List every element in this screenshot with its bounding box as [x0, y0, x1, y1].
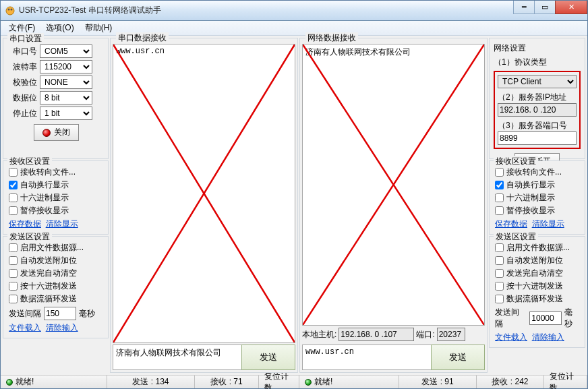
save-data-link-r[interactable]: 保存数据 [495, 219, 527, 229]
window-title: USR-TCP232-Test 串口转网络调试助手 [19, 5, 514, 16]
reset-count-l[interactable]: 复位计数 [259, 376, 299, 388]
close-button[interactable]: ✕ [555, 1, 587, 14]
com-port-select[interactable]: COM5 [40, 44, 92, 58]
save-data-link[interactable]: 保存数据 [9, 219, 41, 229]
serial-send-button[interactable]: 发送 [241, 345, 295, 370]
net-settings-group: 网络设置 （1）协议类型 TCP Client （2）服务器IP地址 （3）服务… [489, 38, 585, 159]
ms-label-r: 毫秒 [564, 307, 581, 330]
svg-line-4 [113, 44, 295, 342]
server-port-label: （3）服务器端口号 [498, 120, 577, 131]
serial-recv-text: www.usr.cn [116, 47, 165, 56]
recv-tofile-check[interactable]: 接收转向文件... [9, 167, 104, 178]
net-send-input[interactable] [302, 345, 432, 370]
reset-count-r[interactable]: 复位计数 [544, 376, 587, 388]
file-load-link-r[interactable]: 文件载入 [495, 332, 527, 342]
parity-select[interactable]: NONE [40, 76, 92, 89]
host-label: 本地主机: [302, 329, 336, 340]
server-ip-label: （2）服务器IP地址 [498, 92, 577, 103]
port-label: 端口: [416, 329, 434, 340]
send-fromfile-check[interactable]: 启用文件数据源... [9, 242, 104, 253]
interval-label-r: 发送间隔 [495, 307, 527, 330]
clear-input-link[interactable]: 清除输入 [46, 323, 78, 332]
recv-hex-check-r[interactable]: 十六进制显示 [495, 192, 581, 204]
menu-options[interactable]: 选项(O) [40, 21, 79, 35]
statusbar: 就绪! 发送 : 134 接收 : 71 复位计数 就绪! 发送 : 91 接收… [1, 375, 587, 388]
send-opts-left: 发送区设置 启用文件数据源... 自动发送附加位 发送完自动清空 按十六进制发送… [3, 236, 109, 338]
serial-recv-box[interactable]: www.usr.cn [113, 44, 295, 343]
send-opts-right: 发送区设置 启用文件数据源... 自动发送附加位 发送完自动清空 按十六进制发送… [489, 236, 585, 348]
status-ready-r: 就绪! [314, 376, 332, 388]
send-hex-check-r[interactable]: 按十六进制发送 [495, 280, 581, 292]
status-led-icon [305, 379, 312, 386]
svg-line-6 [303, 44, 484, 325]
recv-wrap-check-r[interactable]: 自动换行显示 [495, 179, 581, 191]
parity-label: 校验位 [9, 77, 37, 88]
maximize-button[interactable]: ▭ [534, 1, 556, 14]
local-port-input[interactable] [437, 328, 465, 341]
recv-opts-title: 接收区设置 [7, 156, 52, 167]
baud-select[interactable]: 115200 [40, 60, 92, 73]
stopbits-select[interactable]: 1 bit [40, 107, 92, 120]
minimize-button[interactable]: ━ [513, 1, 535, 14]
serial-send-input[interactable] [113, 345, 242, 370]
app-icon [5, 5, 16, 16]
app-window: USR-TCP232-Test 串口转网络调试助手 ━ ▭ ✕ 文件(F) 选项… [0, 0, 588, 389]
recv-opts-right: 接收区设置 接收转向文件... 自动换行显示 十六进制显示 暂停接收显示 保存数… [489, 160, 585, 235]
stop-label: 停止位 [9, 108, 37, 119]
send-opts-title: 发送区设置 [7, 231, 52, 243]
clear-input-link-r[interactable]: 清除输入 [532, 332, 564, 342]
interval-input[interactable] [44, 307, 76, 320]
serial-settings-group: 串口设置 串口号COM5 波特率115200 校验位NONE 数据位8 bit … [3, 38, 109, 159]
interval-input-r[interactable] [529, 311, 562, 325]
send-suffix-check[interactable]: 自动发送附加位 [9, 255, 104, 266]
serial-recv-title: 串口数据接收 [116, 32, 169, 44]
net-recv-panel: 网络数据接收 济南有人物联网技术有限公司 本地主机: 端口: 发送 [299, 38, 488, 373]
databits-select[interactable]: 8 bit [40, 91, 92, 104]
status-led-icon [6, 379, 13, 386]
status-recv-l: 接收 : 71 [195, 376, 259, 388]
net-recv-text: 济南有人物联网技术有限公司 [305, 48, 411, 57]
file-load-link[interactable]: 文件载入 [9, 323, 41, 332]
serial-close-button[interactable]: 关闭 [34, 124, 79, 141]
server-port-input[interactable] [498, 131, 577, 145]
recv-pause-check[interactable]: 暂停接收显示 [9, 205, 104, 216]
send-suffix-check-r[interactable]: 自动发送附加位 [495, 255, 581, 266]
data-label: 数据位 [9, 92, 37, 104]
svg-line-3 [113, 44, 295, 342]
send-hex-check[interactable]: 按十六进制发送 [9, 280, 104, 292]
protocol-select[interactable]: TCP Client [498, 75, 577, 88]
send-loop-check-r[interactable]: 数据流循环发送 [495, 293, 581, 305]
recv-tofile-check-r[interactable]: 接收转向文件... [495, 167, 581, 178]
send-clearafter-check[interactable]: 发送完自动清空 [9, 268, 104, 279]
serial-title: 串口设置 [7, 33, 44, 44]
recv-hex-check[interactable]: 十六进制显示 [9, 192, 104, 204]
status-recv-r: 接收 : 242 [477, 376, 544, 388]
recv-wrap-check[interactable]: 自动换行显示 [9, 179, 104, 191]
send-clearafter-check-r[interactable]: 发送完自动清空 [495, 268, 581, 279]
ms-label: 毫秒 [79, 308, 95, 320]
led-icon [42, 129, 51, 137]
net-send-button[interactable]: 发送 [431, 345, 485, 370]
recv-opts-title-r: 接收区设置 [494, 156, 538, 167]
host-input[interactable] [339, 328, 414, 341]
clear-disp-link-r[interactable]: 清除显示 [532, 219, 564, 229]
net-recv-box[interactable]: 济南有人物联网技术有限公司 [302, 44, 485, 326]
svg-line-5 [303, 44, 484, 325]
interval-label: 发送间隔 [9, 308, 41, 320]
net-recv-title: 网络数据接收 [305, 32, 358, 44]
recv-pause-check-r[interactable]: 暂停接收显示 [495, 205, 581, 216]
baud-label: 波特率 [9, 61, 37, 73]
recv-opts-left: 接收区设置 接收转向文件... 自动换行显示 十六进制显示 暂停接收显示 保存数… [3, 160, 109, 235]
menu-help[interactable]: 帮助(H) [80, 21, 118, 35]
titlebar[interactable]: USR-TCP232-Test 串口转网络调试助手 ━ ▭ ✕ [1, 1, 587, 21]
svg-point-2 [11, 8, 13, 10]
net-title: 网络设置 [494, 42, 581, 54]
send-fromfile-check-r[interactable]: 启用文件数据源... [495, 242, 581, 253]
clear-disp-link[interactable]: 清除显示 [46, 219, 78, 229]
serial-recv-panel: 串口数据接收 www.usr.cn 发送 [110, 38, 298, 373]
server-ip-input[interactable] [498, 103, 577, 117]
send-loop-check[interactable]: 数据流循环发送 [9, 293, 104, 305]
status-send-l: 发送 : 134 [107, 376, 195, 388]
status-ready-l: 就绪! [16, 376, 34, 388]
port-label: 串口号 [9, 46, 37, 57]
